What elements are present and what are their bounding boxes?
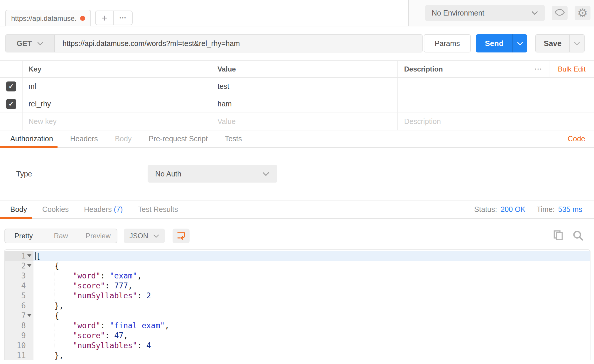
new-tab-button[interactable]: + <box>96 11 114 25</box>
tab-headers[interactable]: Headers <box>70 135 98 143</box>
view-mode-preview[interactable]: Preview <box>80 229 117 243</box>
param-key-cell[interactable]: ml <box>23 78 211 95</box>
tab-authorization[interactable]: Authorization <box>10 135 53 143</box>
check-icon: ✓ <box>9 100 14 108</box>
line-number: 2 <box>21 261 26 271</box>
tab-tests[interactable]: Tests <box>225 135 242 143</box>
code-lines: 1 [ 2 { 3 "word": "exam", <box>5 251 590 360</box>
unsaved-dot-icon <box>80 16 85 21</box>
environment-quick-look-button[interactable] <box>552 6 568 20</box>
response-status: Status: 200 OK Time: 535 ms <box>474 205 582 214</box>
chevron-down-icon <box>574 42 580 45</box>
chevron-down-icon <box>517 42 523 45</box>
chevron-down-icon <box>531 11 538 15</box>
line-number: 10 <box>17 341 26 351</box>
params-value-header: Value <box>211 61 398 77</box>
environment-selector-value: No Environment <box>432 9 484 17</box>
send-button[interactable]: Send <box>476 34 512 52</box>
environment-selector[interactable]: No Environment <box>425 5 545 21</box>
line-gutter: 8 <box>5 321 33 331</box>
response-tab-body[interactable]: Body <box>10 205 27 214</box>
param-enabled-checkbox[interactable]: ✓ <box>6 81 16 91</box>
param-value-value: ham <box>217 100 232 108</box>
line-number: 3 <box>21 271 26 281</box>
request-tab[interactable]: https://api.datamuse. <box>5 10 91 26</box>
params-rows: ✓ ml test ✓ rel_rhy ham <box>0 78 594 113</box>
wrap-text-button[interactable] <box>173 229 190 243</box>
code-line-text: "score": 47, <box>33 331 590 341</box>
line-gutter: 7 <box>5 311 33 321</box>
response-tab-headers[interactable]: Headers (7) <box>84 205 123 214</box>
response-format-selector[interactable]: JSON <box>124 229 165 243</box>
auth-type-selector[interactable]: No Auth <box>148 165 277 183</box>
param-new-value-cell[interactable]: Value <box>211 113 398 130</box>
chevron-down-icon <box>262 172 270 176</box>
line-number: 4 <box>21 281 26 291</box>
request-tabs: Authorization Headers Body Pre-request S… <box>0 130 594 148</box>
param-key-cell[interactable]: rel_rhy <box>23 95 211 113</box>
generate-code-link[interactable]: Code <box>568 135 585 143</box>
param-checkbox-cell: ✓ <box>0 95 23 113</box>
save-options-button[interactable] <box>569 35 584 52</box>
code-line: 4 "score": 777, <box>5 281 590 291</box>
chevron-down-icon <box>153 234 159 238</box>
tab-overflow-button[interactable]: ••• <box>114 11 132 25</box>
response-tab-cookies[interactable]: Cookies <box>42 205 69 214</box>
code-line-text: "numSyllables": 2 <box>33 291 590 301</box>
params-description-header-cell: Description ••• Bulk Edit <box>398 61 594 77</box>
new-key-placeholder: New key <box>28 117 57 126</box>
code-line-text: [ <box>33 251 590 261</box>
tab-pre-request-script[interactable]: Pre-request Script <box>148 135 207 143</box>
line-number: 9 <box>21 331 26 341</box>
view-mode-raw[interactable]: Raw <box>42 229 80 243</box>
response-body-viewer[interactable]: 1 [ 2 { 3 "word": "exam", <box>4 249 590 360</box>
headers-count-badge: (7) <box>114 205 123 213</box>
response-tab-test-results[interactable]: Test Results <box>138 205 178 214</box>
postman-app: https://api.datamuse. + ••• No Environme… <box>0 0 594 364</box>
view-mode-pretty[interactable]: Pretty <box>5 229 42 243</box>
param-enabled-checkbox[interactable]: ✓ <box>6 99 16 109</box>
send-options-button[interactable] <box>512 34 527 52</box>
url-input[interactable]: https://api.datamuse.com/words?ml=test&r… <box>55 35 422 52</box>
code-line: 11 }, <box>5 351 590 360</box>
line-gutter: 2 <box>5 261 33 271</box>
response-tabs: Body Cookies Headers (7) Test Results St… <box>0 200 594 219</box>
line-gutter: 11 <box>5 351 33 360</box>
param-value-cell[interactable]: ham <box>211 95 398 113</box>
code-line: 8 "word": "final exam", <box>5 321 590 331</box>
search-response-button[interactable] <box>572 230 583 242</box>
gear-icon: ⚙ <box>577 7 588 19</box>
auth-type-value: No Auth <box>155 170 181 178</box>
param-value-cell[interactable]: test <box>211 78 398 95</box>
check-icon: ✓ <box>9 83 14 90</box>
param-new-description-cell[interactable]: Description <box>398 113 594 130</box>
save-button-label: Save <box>544 39 562 48</box>
line-gutter: 4 <box>5 281 33 291</box>
code-line: 3 "word": "exam", <box>5 271 590 281</box>
tab-body[interactable]: Body <box>115 135 131 143</box>
settings-button[interactable]: ⚙ <box>575 6 590 20</box>
line-gutter: 5 <box>5 291 33 301</box>
line-gutter: 3 <box>5 271 33 281</box>
line-number: 8 <box>21 321 26 331</box>
active-tab-underline <box>0 146 58 148</box>
param-new-key-cell[interactable]: New key <box>23 113 211 130</box>
save-button[interactable]: Save <box>536 35 569 52</box>
request-builder-row: GET https://api.datamuse.com/words?ml=te… <box>5 34 586 53</box>
bulk-edit-link[interactable]: Bulk Edit <box>549 61 594 77</box>
fold-toggle-icon[interactable] <box>27 254 32 257</box>
copy-response-button[interactable] <box>553 229 563 242</box>
fold-toggle-icon[interactable] <box>27 314 32 317</box>
http-method-selector[interactable]: GET <box>6 35 55 52</box>
url-input-value: https://api.datamuse.com/words?ml=test&r… <box>63 39 240 48</box>
param-description-cell[interactable] <box>398 95 594 113</box>
request-tab-bar: https://api.datamuse. + ••• <box>0 0 408 26</box>
param-description-cell[interactable] <box>398 78 594 95</box>
params-button[interactable]: Params <box>424 34 471 52</box>
params-more-actions-button[interactable]: ••• <box>528 61 549 77</box>
copy-icon <box>553 229 563 242</box>
fold-toggle-icon[interactable] <box>27 264 32 267</box>
code-line-text: "word": "exam", <box>33 271 590 281</box>
status-value: 200 OK <box>501 205 526 214</box>
line-gutter: 1 <box>5 251 33 261</box>
